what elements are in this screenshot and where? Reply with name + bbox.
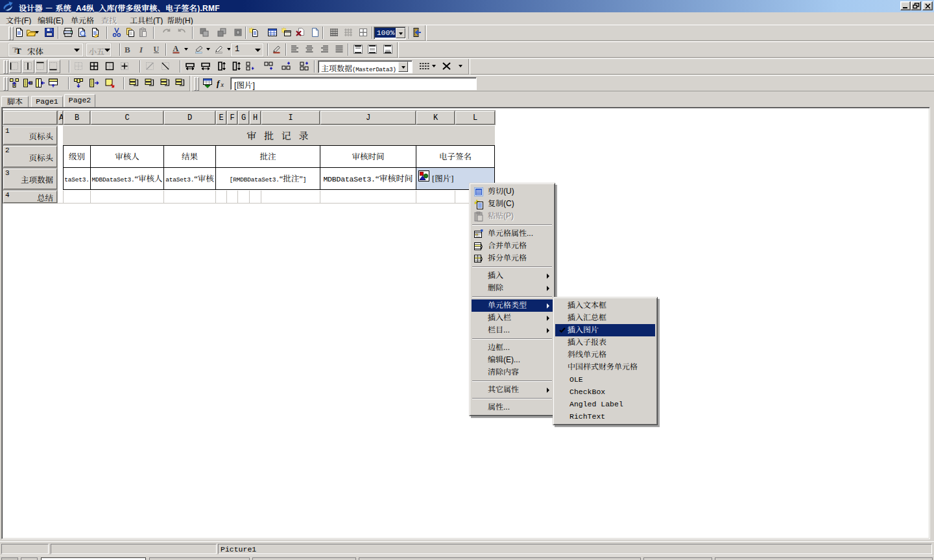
svg-text:T: T xyxy=(16,46,21,55)
svg-text:f: f xyxy=(217,78,221,88)
svg-text:B: B xyxy=(125,45,130,54)
svg-text:U: U xyxy=(154,45,160,54)
svg-text:I: I xyxy=(139,45,143,54)
svg-text:x: x xyxy=(221,81,224,88)
